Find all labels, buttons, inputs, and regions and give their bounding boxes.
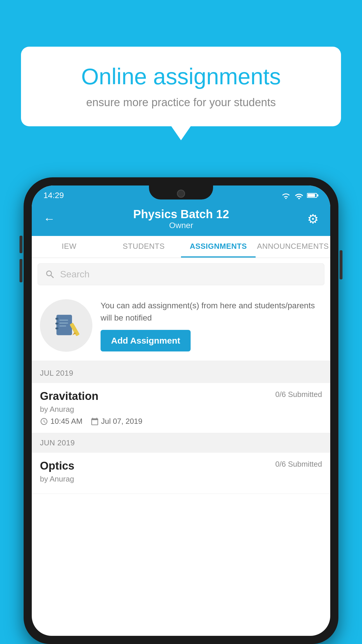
section-jul-2019: JUL 2019 <box>32 363 330 383</box>
section-jun-2019: JUN 2019 <box>32 433 330 453</box>
volume-down-button <box>20 259 22 282</box>
svg-rect-1 <box>317 194 318 196</box>
svg-rect-7 <box>59 320 68 321</box>
assignment-author-optics: by Anurag <box>40 475 322 484</box>
svg-rect-2 <box>307 194 315 197</box>
promo-content: You can add assignment(s) from here and … <box>101 300 322 351</box>
tab-announcements[interactable]: ANNOUNCEMENTS <box>256 236 330 258</box>
bubble-title: Online assignments <box>41 64 321 89</box>
wifi-icon <box>281 191 291 200</box>
status-icons <box>281 191 319 200</box>
speech-bubble: Online assignments ensure more practice … <box>21 47 341 126</box>
svg-rect-3 <box>57 315 72 335</box>
assignment-submitted-count: 0/6 Submitted <box>275 390 322 399</box>
phone-mockup: 14:29 <box>24 177 338 644</box>
svg-rect-6 <box>55 328 58 330</box>
app-header: ← Physics Batch 12 Owner ⚙ <box>32 203 330 236</box>
calendar-icon <box>91 417 99 426</box>
tabs-bar: IEW STUDENTS ASSIGNMENTS ANNOUNCEMENTS <box>32 236 330 258</box>
notebook-icon <box>52 311 81 340</box>
assignment-author: by Anurag <box>40 405 322 414</box>
table-row[interactable]: Optics 0/6 Submitted by Anurag <box>32 453 330 494</box>
clock-icon <box>40 417 48 426</box>
header-title: Physics Batch 12 <box>55 208 307 221</box>
battery-icon <box>307 191 319 200</box>
svg-rect-5 <box>55 323 58 325</box>
assignment-submitted-count-optics: 0/6 Submitted <box>275 460 322 469</box>
search-container: Search <box>32 258 330 290</box>
phone-outer: 14:29 <box>24 177 338 644</box>
power-button <box>340 250 342 279</box>
header-center: Physics Batch 12 Owner <box>55 208 307 230</box>
header-owner-label: Owner <box>55 221 307 230</box>
signal-icon <box>295 191 303 200</box>
notch <box>149 186 213 200</box>
tab-assignments[interactable]: ASSIGNMENTS <box>181 236 256 258</box>
settings-button[interactable]: ⚙ <box>307 211 319 226</box>
assignment-title-optics: Optics <box>40 460 74 472</box>
promo-section: You can add assignment(s) from here and … <box>32 290 330 363</box>
table-row[interactable]: Gravitation 0/6 Submitted by Anurag 10:4… <box>32 383 330 433</box>
front-camera <box>177 190 185 198</box>
search-bar[interactable]: Search <box>38 263 324 285</box>
assignment-header-optics: Optics 0/6 Submitted <box>40 460 322 472</box>
back-button[interactable]: ← <box>43 212 55 225</box>
assignment-meta: 10:45 AM Jul 07, 2019 <box>40 417 322 426</box>
assignment-time: 10:45 AM <box>40 417 82 426</box>
search-placeholder: Search <box>60 269 89 280</box>
promo-icon-circle <box>40 299 92 352</box>
svg-rect-4 <box>55 318 58 320</box>
assignment-date: Jul 07, 2019 <box>91 417 143 426</box>
promo-card: Online assignments ensure more practice … <box>21 47 341 126</box>
phone-screen: 14:29 <box>32 186 330 636</box>
promo-description: You can add assignment(s) from here and … <box>101 300 322 324</box>
tab-students[interactable]: STUDENTS <box>106 236 181 258</box>
svg-rect-8 <box>59 323 68 323</box>
bubble-subtitle: ensure more practice for your students <box>41 96 321 109</box>
add-assignment-button[interactable]: Add Assignment <box>101 330 191 351</box>
volume-up-button <box>20 236 22 253</box>
assignment-title: Gravitation <box>40 390 99 402</box>
search-icon <box>45 269 55 280</box>
assignment-header: Gravitation 0/6 Submitted <box>40 390 322 402</box>
status-time: 14:29 <box>43 191 64 200</box>
svg-rect-9 <box>59 326 66 326</box>
tab-overview[interactable]: IEW <box>32 236 106 258</box>
